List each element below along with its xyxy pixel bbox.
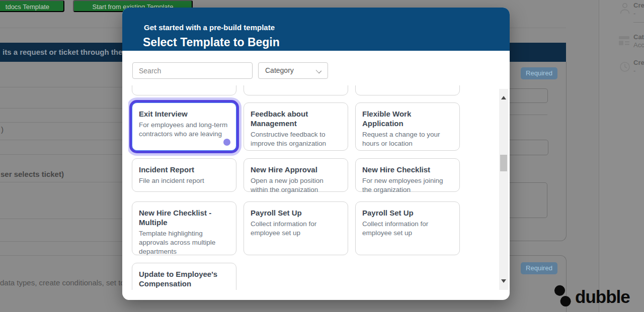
detail-value: - <box>633 67 635 74</box>
form-label-fragment: ) <box>1 125 4 134</box>
dubble-watermark: dubble <box>553 284 630 309</box>
detail-label: Cre <box>633 59 644 66</box>
detail-label: Cate <box>633 33 644 41</box>
click-indicator-dot <box>223 139 230 146</box>
category-icon <box>618 35 630 48</box>
template-title: Incident Report <box>139 165 229 174</box>
template-card-new-hire-checklist-multiple[interactable]: New Hire Checklist - Multiple Template h… <box>132 201 236 255</box>
template-list: Exit Interview For employees and long-te… <box>128 85 499 290</box>
clock-icon <box>619 61 630 74</box>
template-card-flexible-work-application[interactable]: Flexible Work Application Request a chan… <box>355 102 460 151</box>
template-title: Exit Interview <box>139 109 229 119</box>
template-title: Feedback about Management <box>251 109 341 128</box>
scrollbar-thumb[interactable] <box>500 155 507 171</box>
sidebar-divider <box>633 22 644 23</box>
scrollbar-down-arrow-icon[interactable] <box>501 279 506 283</box>
template-card-update-to-employees-compensation[interactable]: Update to Employee's Compensation <box>132 263 236 290</box>
required-badge: Required <box>521 262 557 274</box>
modal-header: Get started with a pre-build template Se… <box>122 8 510 51</box>
template-title: Payroll Set Up <box>251 208 341 218</box>
modal-eyebrow: Get started with a pre-build template <box>144 23 275 32</box>
page: { "colors": { "modal_header_blue": "#0b4… <box>0 0 644 312</box>
template-title: Update to Employee's Compensation <box>139 269 229 288</box>
template-title: Flexible Work Application <box>362 109 453 128</box>
netdocs-template-button[interactable]: tdocs Template <box>0 0 64 12</box>
template-card-new-hire-checklist[interactable]: New Hire Checklist For new employees joi… <box>355 158 460 192</box>
template-title: New Hire Approval <box>251 165 341 174</box>
template-description: Request a change to your hours or locati… <box>362 130 453 148</box>
select-template-modal: Get started with a pre-build template Se… <box>122 8 510 300</box>
category-dropdown-label: Category <box>265 66 294 74</box>
template-card-payroll-set-up[interactable]: Payroll Set Up Collect information for e… <box>244 201 348 255</box>
template-description: For employees and long-term contractors … <box>139 121 229 139</box>
template-card[interactable] <box>132 85 236 95</box>
template-description: File an incident report <box>139 176 229 185</box>
template-description: Open a new job position within the organ… <box>251 176 341 194</box>
required-badge: Required <box>521 67 557 79</box>
template-card-incident-report[interactable]: Incident Report File an incident report <box>132 158 236 192</box>
template-card[interactable] <box>355 85 460 95</box>
template-title: New Hire Checklist <box>362 165 453 174</box>
template-description: For new employees joining the organizati… <box>362 176 453 194</box>
template-description: Collect information for employee set up <box>362 220 453 238</box>
dubble-logo-icon <box>553 284 573 309</box>
template-card-exit-interview[interactable]: Exit Interview For employees and long-te… <box>132 102 236 151</box>
template-description: Template highlighting approvals across m… <box>139 229 229 256</box>
person-icon <box>619 3 630 17</box>
form-help-text-fragment: data types, create conditionals, set to <box>0 278 125 287</box>
search-input[interactable] <box>132 62 253 79</box>
template-card-new-hire-approval[interactable]: New Hire Approval Open a new job positio… <box>244 158 348 192</box>
modal-scrollbar[interactable] <box>499 89 508 290</box>
category-dropdown[interactable]: Category <box>258 62 328 79</box>
template-title: Payroll Set Up <box>362 208 453 218</box>
template-title: New Hire Checklist - Multiple <box>139 208 229 227</box>
detail-label: Cre <box>633 2 644 9</box>
detail-value: Acc <box>633 41 644 49</box>
template-card[interactable] <box>244 85 348 95</box>
dubble-logo-text: dubble <box>575 287 630 307</box>
detail-value: - <box>633 10 635 17</box>
template-description: Constructive feedback to improve this or… <box>251 130 341 148</box>
modal-title: Select Template to Begin <box>143 36 280 49</box>
template-description: Collect information for employee set up <box>251 220 341 238</box>
details-sidebar: Cre - Cate Acc Cre - <box>599 0 644 312</box>
chevron-down-icon <box>316 68 321 73</box>
template-card-feedback-about-management[interactable]: Feedback about Management Constructive f… <box>244 102 348 151</box>
template-card-payroll-set-up[interactable]: Payroll Set Up Collect information for e… <box>355 201 460 255</box>
form-label-fragment: ser selects ticket) <box>1 170 64 178</box>
scrollbar-up-arrow-icon[interactable] <box>501 96 506 99</box>
